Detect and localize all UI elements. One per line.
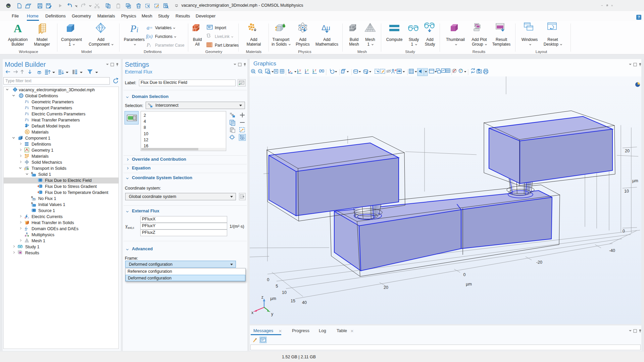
svg-text:−: −: [28, 216, 29, 219]
svg-text:P: P: [25, 117, 28, 122]
svg-text:µm: µm: [632, 178, 638, 183]
svg-text:0: 0: [267, 277, 269, 282]
svg-text:D: D: [31, 202, 33, 204]
svg-text:a=: a=: [147, 24, 153, 31]
svg-text:10: 10: [282, 290, 287, 295]
svg-text:Pi: Pi: [130, 23, 138, 34]
svg-text:D: D: [31, 196, 33, 198]
svg-text:P: P: [25, 111, 28, 116]
svg-text:20: 20: [625, 149, 630, 153]
svg-text:-40: -40: [609, 248, 615, 253]
svg-text:0: 0: [623, 229, 625, 234]
svg-text:dt: dt: [25, 228, 27, 231]
svg-text:x: x: [251, 310, 254, 315]
svg-text:-20: -20: [536, 260, 542, 265]
svg-text:y: y: [299, 68, 301, 72]
svg-text:40: 40: [302, 300, 307, 305]
svg-text:Δu: Δu: [321, 23, 330, 32]
svg-text:P: P: [25, 105, 28, 110]
svg-text:y: y: [271, 312, 274, 316]
svg-text:z: z: [261, 295, 263, 300]
svg-text:z: z: [307, 68, 309, 72]
svg-text:20: 20: [384, 285, 388, 290]
svg-text:A: A: [14, 22, 22, 35]
svg-text:5: 5: [276, 284, 278, 289]
svg-text:D: D: [31, 172, 33, 174]
svg-text:z: z: [315, 68, 316, 72]
svg-text:P: P: [25, 99, 28, 104]
svg-text:µm: µm: [466, 282, 472, 287]
svg-text:0: 0: [463, 272, 466, 277]
svg-text:10: 10: [624, 189, 629, 194]
svg-text:+: +: [24, 217, 26, 219]
svg-text:µm: µm: [270, 296, 276, 301]
svg-text:15: 15: [291, 299, 295, 303]
